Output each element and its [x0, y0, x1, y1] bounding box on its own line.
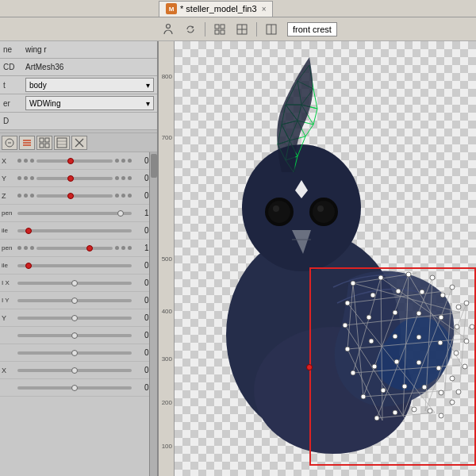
svg-point-76: [450, 285, 455, 290]
svg-point-104: [450, 376, 455, 381]
svg-point-112: [374, 416, 379, 420]
label-d: D: [3, 117, 25, 125]
canvas-area: [175, 41, 476, 476]
svg-point-26: [242, 144, 361, 271]
param-row-y2: Y 0.0: [0, 309, 157, 327]
svg-rect-4: [221, 30, 225, 34]
svg-rect-2: [221, 25, 225, 29]
svg-point-100: [372, 364, 377, 369]
view-label: front crest: [287, 22, 337, 36]
panel-row-er: er WDWing ▾: [0, 94, 157, 113]
svg-rect-3: [215, 30, 219, 34]
svg-point-98: [463, 364, 467, 369]
svg-point-106: [361, 394, 366, 399]
svg-point-96: [438, 340, 443, 345]
param-label-x: X: [2, 157, 17, 165]
param-row-x2: X 0.0: [0, 362, 157, 379]
svg-point-74: [406, 272, 411, 277]
param-row-ile1: ile 0.0: [0, 222, 157, 240]
param-label-iy: I Y: [2, 297, 17, 304]
svg-point-83: [440, 293, 445, 298]
toolbar-btn-5[interactable]: [262, 21, 281, 38]
svg-rect-15: [40, 138, 44, 142]
file-tab[interactable]: M * steller_model_fin3 ×: [159, 1, 273, 17]
svg-point-79: [345, 301, 350, 305]
ruler-mark-200: 200: [162, 398, 172, 405]
svg-rect-19: [57, 138, 67, 148]
param-row-11: 0.0: [0, 344, 157, 362]
separator-2: [256, 22, 257, 36]
param-slider-x[interactable]: [17, 159, 132, 163]
svg-point-82: [420, 290, 424, 294]
svg-point-114: [412, 407, 416, 412]
param-row-iy: I Y 0.0: [0, 292, 157, 309]
svg-rect-16: [45, 138, 49, 142]
svg-point-85: [343, 323, 347, 328]
svg-point-81: [396, 289, 401, 294]
svg-point-86: [367, 315, 371, 320]
toolbar-btn-3[interactable]: [210, 21, 229, 38]
toolbar-btn-2[interactable]: [181, 21, 200, 38]
svg-point-41: [268, 201, 290, 223]
ruler-mark-800: 800: [162, 72, 172, 79]
dropdown-wdwing[interactable]: WDWing ▾: [25, 96, 154, 110]
value-artmesh: ArtMesh36: [25, 63, 154, 71]
toolbar-btn-4[interactable]: [232, 21, 251, 38]
svg-point-89: [439, 315, 443, 320]
svg-point-78: [470, 324, 474, 329]
svg-point-105: [456, 390, 461, 394]
tab-close-button[interactable]: ×: [262, 5, 267, 13]
svg-point-45: [317, 205, 324, 212]
svg-point-90: [455, 324, 459, 329]
param-row-z: Z 0.0: [0, 187, 157, 205]
svg-point-99: [351, 370, 355, 375]
mini-btn-2[interactable]: [19, 136, 35, 150]
param-row-ix: I X 0.0: [0, 274, 157, 292]
param-row-y: Y 0.0: [0, 170, 157, 187]
ruler-mark-100: 100: [162, 442, 172, 449]
svg-point-116: [439, 413, 443, 418]
svg-point-103: [436, 366, 441, 370]
toolbar-btn-1[interactable]: [159, 21, 178, 38]
param-label-ile1: ile: [2, 227, 17, 234]
svg-point-77: [464, 301, 469, 305]
main-toolbar: front crest: [0, 17, 476, 41]
mini-btn-4[interactable]: [54, 136, 70, 150]
label-cd: CD: [3, 63, 25, 71]
svg-point-88: [416, 311, 421, 316]
mini-btn-3[interactable]: [36, 136, 52, 150]
tab-title: * steller_model_fin3: [180, 4, 257, 13]
dropdown-body[interactable]: body ▾: [25, 78, 154, 92]
mini-btn-1[interactable]: [2, 136, 17, 150]
svg-point-92: [345, 347, 350, 351]
viewport[interactable]: 800 700 500 400 300 200 100: [159, 41, 476, 476]
ruler-mark-300: 300: [162, 355, 172, 363]
svg-point-0: [167, 24, 171, 28]
param-row-pen2: pen 1.0: [0, 240, 157, 257]
svg-point-94: [393, 334, 397, 339]
svg-point-72: [351, 281, 355, 286]
ruler-y: 800 700 500 400 300 200 100: [159, 41, 175, 476]
param-row-10: 0.0: [0, 327, 157, 344]
tab-bar: M * steller_model_fin3 ×: [0, 0, 476, 17]
svg-point-87: [393, 310, 397, 315]
svg-point-111: [450, 400, 455, 405]
panel-row-name: ne wing r: [0, 41, 157, 59]
main-layout: ne wing r CD ArtMesh36 t body ▾ er WDWin…: [0, 41, 476, 476]
label-ne: ne: [3, 45, 25, 54]
panel-row-t: t body ▾: [0, 76, 157, 94]
mini-btn-5[interactable]: [71, 136, 87, 150]
param-label-y2: Y: [2, 314, 17, 322]
left-panel-scrollbar[interactable]: [149, 152, 157, 476]
svg-point-109: [422, 385, 427, 390]
param-label-y: Y: [2, 175, 17, 182]
svg-point-108: [402, 384, 407, 389]
panel-row-cd: CD ArtMesh36: [0, 59, 157, 76]
svg-point-107: [381, 388, 386, 393]
mini-toolbar: [0, 133, 157, 152]
svg-point-44: [313, 201, 335, 223]
svg-point-80: [370, 293, 375, 298]
selection-anchor-dot: [306, 364, 313, 370]
ruler-mark-700: 700: [162, 133, 172, 140]
svg-point-73: [378, 275, 383, 280]
